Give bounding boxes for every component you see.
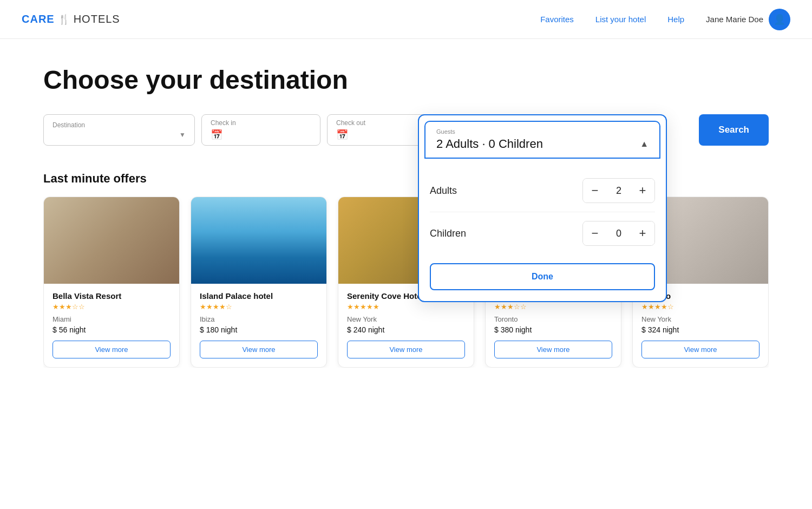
- hotel-stars: ★★★☆☆: [494, 303, 612, 311]
- hotel-stars: ★★★★☆: [641, 303, 759, 311]
- guests-done-button[interactable]: Done: [430, 263, 655, 290]
- guests-dropdown-header[interactable]: Guests 2 Adults · 0 Children ▲: [424, 121, 660, 159]
- hotel-img-bg: [44, 197, 179, 284]
- adults-row: Adults − 2 +: [430, 169, 655, 212]
- guests-body: Adults − 2 + Children − 0 +: [419, 159, 666, 255]
- nav-user: Jane Marie Doe 👤: [706, 9, 790, 30]
- hotel-img-bg: [191, 197, 326, 284]
- guests-dropdown: Guests 2 Adults · 0 Children ▲ Adults − …: [418, 114, 667, 302]
- hotel-image: [44, 197, 179, 284]
- children-increase-button[interactable]: +: [631, 221, 654, 245]
- adults-stepper: − 2 +: [582, 178, 655, 203]
- username: Jane Marie Doe: [706, 15, 763, 24]
- checkin-field[interactable]: Check in 📅: [201, 114, 320, 146]
- hotel-card: Island Palace hotel ★★★★☆ Ibiza $ 180 ni…: [191, 197, 327, 368]
- hotel-info: Island Palace hotel ★★★★☆ Ibiza $ 180 ni…: [191, 284, 326, 367]
- fork-icon: 🍴: [58, 14, 70, 25]
- children-label: Children: [430, 228, 466, 239]
- destination-field[interactable]: Destination ▼: [43, 114, 195, 146]
- collapse-arrow-icon[interactable]: ▲: [640, 139, 649, 149]
- view-more-button[interactable]: View more: [641, 341, 759, 358]
- nav-favorites[interactable]: Favorites: [540, 15, 574, 24]
- search-button[interactable]: Search: [699, 114, 769, 146]
- brand-care: CARE: [22, 13, 55, 25]
- adults-decrease-button[interactable]: −: [583, 179, 607, 203]
- user-avatar[interactable]: 👤: [769, 9, 790, 30]
- hotel-stars: ★★★☆☆: [53, 303, 171, 311]
- adults-label: Adults: [430, 185, 457, 197]
- destination-label: Destination: [53, 121, 186, 129]
- hotel-city: Toronto: [494, 315, 612, 323]
- nav-help[interactable]: Help: [667, 15, 684, 24]
- guests-dropdown-summary: 2 Adults · 0 Children ▲: [436, 137, 649, 158]
- hotel-price: $ 180 night: [200, 325, 318, 334]
- guests-dropdown-label: Guests: [436, 128, 649, 135]
- children-stepper: − 0 +: [582, 221, 655, 246]
- hotel-name: Bella Vista Resort: [53, 291, 171, 301]
- brand-hotels: HOTELS: [74, 13, 120, 25]
- nav-links: Favorites List your hotel Help Jane Mari…: [540, 9, 790, 30]
- children-row: Children − 0 +: [430, 212, 655, 255]
- brand-logo[interactable]: CARE 🍴 HOTELS: [22, 13, 120, 25]
- hero-title: Choose your destination: [43, 65, 769, 95]
- adults-increase-button[interactable]: +: [631, 179, 654, 203]
- main-content: Choose your destination Destination ▼ Ch…: [22, 39, 790, 389]
- avatar-icon: 👤: [774, 14, 785, 25]
- hotel-city: New York: [347, 315, 465, 323]
- hotel-city: Ibiza: [200, 315, 318, 323]
- hotel-info: Bella Vista Resort ★★★☆☆ Miami $ 56 nigh…: [44, 284, 179, 367]
- adults-count: 2: [607, 185, 631, 197]
- view-more-button[interactable]: View more: [494, 341, 612, 358]
- nav-list-hotel[interactable]: List your hotel: [595, 15, 646, 24]
- hotel-price: $ 56 night: [53, 325, 171, 334]
- view-more-button[interactable]: View more: [200, 341, 318, 358]
- hotel-price: $ 240 night: [347, 325, 465, 334]
- hotel-price: $ 324 night: [641, 325, 759, 334]
- destination-value: ▼: [53, 131, 186, 139]
- hotel-city: New York: [641, 315, 759, 323]
- checkout-calendar-icon: 📅: [336, 129, 348, 141]
- hotel-image: [191, 197, 326, 284]
- hotel-card: Bella Vista Resort ★★★☆☆ Miami $ 56 nigh…: [43, 197, 180, 368]
- checkin-value: 📅: [211, 129, 311, 141]
- hotel-stars: ★★★★☆: [200, 303, 318, 311]
- guests-summary-text: 2 Adults · 0 Children: [436, 137, 543, 151]
- checkin-calendar-icon: 📅: [211, 129, 222, 141]
- hotel-stars: ★★★★★: [347, 303, 465, 311]
- hotel-price: $ 380 night: [494, 325, 612, 334]
- children-count: 0: [607, 228, 631, 239]
- view-more-button[interactable]: View more: [347, 341, 465, 358]
- view-more-button[interactable]: View more: [53, 341, 171, 358]
- search-bar: Destination ▼ Check in 📅 Check out 📅 Gue…: [43, 114, 769, 146]
- hotel-city: Miami: [53, 315, 171, 323]
- hotel-name: Island Palace hotel: [200, 291, 318, 301]
- navbar: CARE 🍴 HOTELS Favorites List your hotel …: [0, 0, 812, 39]
- children-decrease-button[interactable]: −: [583, 221, 607, 245]
- checkin-label: Check in: [211, 119, 311, 127]
- dropdown-arrow-icon: ▼: [179, 131, 186, 139]
